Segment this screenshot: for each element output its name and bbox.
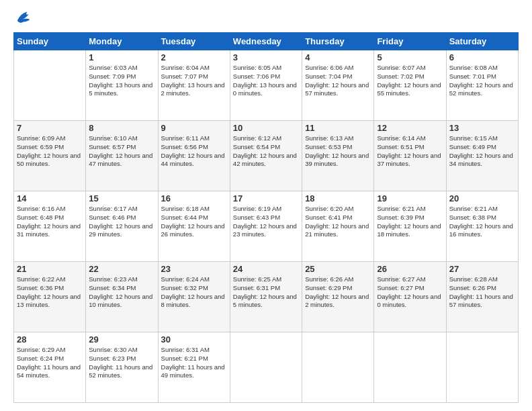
day-cell: 26Sunrise: 6:27 AMSunset: 6:27 PMDayligh… <box>374 262 446 332</box>
day-cell: 10Sunrise: 6:12 AMSunset: 6:54 PMDayligh… <box>230 121 302 191</box>
day-number: 11 <box>305 123 371 133</box>
day-number: 26 <box>377 264 443 274</box>
day-cell: 17Sunrise: 6:19 AMSunset: 6:43 PMDayligh… <box>230 191 302 262</box>
day-number: 3 <box>233 52 299 62</box>
day-number: 8 <box>89 123 154 133</box>
day-info: Sunrise: 6:26 AMSunset: 6:29 PMDaylight:… <box>305 275 371 310</box>
day-number: 25 <box>305 264 371 274</box>
day-number: 5 <box>377 52 443 62</box>
logo <box>13 11 34 27</box>
day-number: 20 <box>449 193 515 203</box>
day-info: Sunrise: 6:13 AMSunset: 6:53 PMDaylight:… <box>305 134 371 169</box>
day-cell: 3Sunrise: 6:05 AMSunset: 7:06 PMDaylight… <box>230 50 302 121</box>
day-info: Sunrise: 6:08 AMSunset: 7:01 PMDaylight:… <box>449 64 515 98</box>
day-cell: 12Sunrise: 6:14 AMSunset: 6:51 PMDayligh… <box>374 121 446 191</box>
calendar-page: SundayMondayTuesdayWednesdayThursdayFrid… <box>0 0 532 411</box>
day-cell: 28Sunrise: 6:29 AMSunset: 6:24 PMDayligh… <box>14 332 86 403</box>
day-cell: 20Sunrise: 6:21 AMSunset: 6:38 PMDayligh… <box>446 191 518 262</box>
day-number: 14 <box>17 193 83 203</box>
page-header <box>13 11 519 27</box>
day-number: 7 <box>17 123 83 133</box>
day-info: Sunrise: 6:04 AMSunset: 7:07 PMDaylight:… <box>161 64 227 98</box>
day-number: 4 <box>305 52 371 62</box>
day-cell: 2Sunrise: 6:04 AMSunset: 7:07 PMDaylight… <box>158 50 230 121</box>
day-number: 19 <box>377 193 443 203</box>
day-info: Sunrise: 6:03 AMSunset: 7:09 PMDaylight:… <box>89 64 154 98</box>
day-info: Sunrise: 6:27 AMSunset: 6:27 PMDaylight:… <box>377 275 443 310</box>
day-cell: 23Sunrise: 6:24 AMSunset: 6:32 PMDayligh… <box>158 262 230 332</box>
day-info: Sunrise: 6:17 AMSunset: 6:46 PMDaylight:… <box>89 205 154 239</box>
day-info: Sunrise: 6:09 AMSunset: 6:59 PMDaylight:… <box>17 134 83 169</box>
day-cell <box>230 332 302 403</box>
day-cell: 9Sunrise: 6:11 AMSunset: 6:56 PMDaylight… <box>158 121 230 191</box>
week-row-1: 1Sunrise: 6:03 AMSunset: 7:09 PMDaylight… <box>14 50 519 121</box>
day-cell: 22Sunrise: 6:23 AMSunset: 6:34 PMDayligh… <box>86 262 158 332</box>
day-cell: 14Sunrise: 6:16 AMSunset: 6:48 PMDayligh… <box>14 191 86 262</box>
week-row-2: 7Sunrise: 6:09 AMSunset: 6:59 PMDaylight… <box>14 121 519 191</box>
header-row: SundayMondayTuesdayWednesdayThursdayFrid… <box>14 33 519 50</box>
week-row-3: 14Sunrise: 6:16 AMSunset: 6:48 PMDayligh… <box>14 191 519 262</box>
day-info: Sunrise: 6:06 AMSunset: 7:04 PMDaylight:… <box>305 64 371 98</box>
day-number: 2 <box>161 52 227 62</box>
day-cell: 6Sunrise: 6:08 AMSunset: 7:01 PMDaylight… <box>446 50 518 121</box>
day-number: 6 <box>449 52 515 62</box>
column-header-friday: Friday <box>374 33 446 50</box>
day-cell: 5Sunrise: 6:07 AMSunset: 7:02 PMDaylight… <box>374 50 446 121</box>
day-info: Sunrise: 6:31 AMSunset: 6:21 PMDaylight:… <box>161 346 227 380</box>
week-row-4: 21Sunrise: 6:22 AMSunset: 6:36 PMDayligh… <box>14 262 519 332</box>
day-number: 1 <box>89 52 154 62</box>
day-info: Sunrise: 6:12 AMSunset: 6:54 PMDaylight:… <box>233 134 299 169</box>
column-header-saturday: Saturday <box>446 33 518 50</box>
day-info: Sunrise: 6:21 AMSunset: 6:38 PMDaylight:… <box>449 205 515 239</box>
day-info: Sunrise: 6:25 AMSunset: 6:31 PMDaylight:… <box>233 275 299 310</box>
day-cell: 7Sunrise: 6:09 AMSunset: 6:59 PMDaylight… <box>14 121 86 191</box>
day-info: Sunrise: 6:10 AMSunset: 6:57 PMDaylight:… <box>89 134 154 169</box>
day-cell: 27Sunrise: 6:28 AMSunset: 6:26 PMDayligh… <box>446 262 518 332</box>
day-number: 13 <box>449 123 515 133</box>
day-cell <box>446 332 518 403</box>
day-info: Sunrise: 6:28 AMSunset: 6:26 PMDaylight:… <box>449 275 515 310</box>
calendar-table: SundayMondayTuesdayWednesdayThursdayFrid… <box>13 32 519 403</box>
day-number: 27 <box>449 264 515 274</box>
day-info: Sunrise: 6:23 AMSunset: 6:34 PMDaylight:… <box>89 275 154 310</box>
day-number: 17 <box>233 193 299 203</box>
day-info: Sunrise: 6:05 AMSunset: 7:06 PMDaylight:… <box>233 64 299 98</box>
day-info: Sunrise: 6:22 AMSunset: 6:36 PMDaylight:… <box>17 275 83 310</box>
day-cell: 13Sunrise: 6:15 AMSunset: 6:49 PMDayligh… <box>446 121 518 191</box>
day-cell <box>14 50 86 121</box>
day-cell: 19Sunrise: 6:21 AMSunset: 6:39 PMDayligh… <box>374 191 446 262</box>
day-number: 15 <box>89 193 154 203</box>
day-cell: 18Sunrise: 6:20 AMSunset: 6:41 PMDayligh… <box>302 191 374 262</box>
day-cell <box>374 332 446 403</box>
day-info: Sunrise: 6:24 AMSunset: 6:32 PMDaylight:… <box>161 275 227 310</box>
day-number: 23 <box>161 264 227 274</box>
day-cell: 15Sunrise: 6:17 AMSunset: 6:46 PMDayligh… <box>86 191 158 262</box>
day-cell: 8Sunrise: 6:10 AMSunset: 6:57 PMDaylight… <box>86 121 158 191</box>
day-number: 9 <box>161 123 227 133</box>
day-info: Sunrise: 6:21 AMSunset: 6:39 PMDaylight:… <box>377 205 443 239</box>
column-header-monday: Monday <box>86 33 158 50</box>
day-info: Sunrise: 6:20 AMSunset: 6:41 PMDaylight:… <box>305 205 371 239</box>
day-info: Sunrise: 6:15 AMSunset: 6:49 PMDaylight:… <box>449 134 515 169</box>
column-header-tuesday: Tuesday <box>158 33 230 50</box>
day-cell <box>302 332 374 403</box>
day-info: Sunrise: 6:19 AMSunset: 6:43 PMDaylight:… <box>233 205 299 239</box>
day-number: 21 <box>17 264 83 274</box>
day-info: Sunrise: 6:30 AMSunset: 6:23 PMDaylight:… <box>89 346 154 380</box>
day-number: 29 <box>89 334 154 345</box>
day-number: 18 <box>305 193 371 203</box>
day-number: 16 <box>161 193 227 203</box>
day-cell: 29Sunrise: 6:30 AMSunset: 6:23 PMDayligh… <box>86 332 158 403</box>
day-number: 30 <box>161 334 227 345</box>
day-number: 12 <box>377 123 443 133</box>
day-number: 24 <box>233 264 299 274</box>
day-cell: 16Sunrise: 6:18 AMSunset: 6:44 PMDayligh… <box>158 191 230 262</box>
day-info: Sunrise: 6:16 AMSunset: 6:48 PMDaylight:… <box>17 205 83 239</box>
day-info: Sunrise: 6:14 AMSunset: 6:51 PMDaylight:… <box>377 134 443 169</box>
day-cell: 25Sunrise: 6:26 AMSunset: 6:29 PMDayligh… <box>302 262 374 332</box>
day-cell: 30Sunrise: 6:31 AMSunset: 6:21 PMDayligh… <box>158 332 230 403</box>
day-cell: 11Sunrise: 6:13 AMSunset: 6:53 PMDayligh… <box>302 121 374 191</box>
day-number: 10 <box>233 123 299 133</box>
week-row-5: 28Sunrise: 6:29 AMSunset: 6:24 PMDayligh… <box>14 332 519 403</box>
day-cell: 4Sunrise: 6:06 AMSunset: 7:04 PMDaylight… <box>302 50 374 121</box>
